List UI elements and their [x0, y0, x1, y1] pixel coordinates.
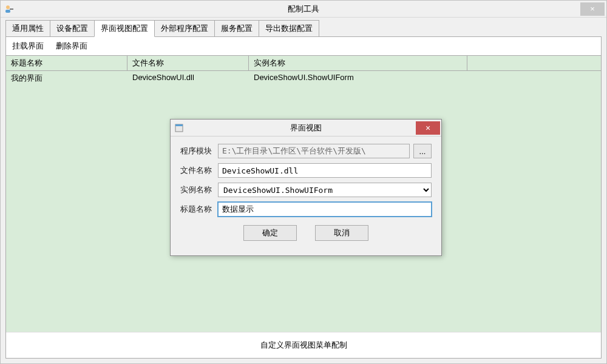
dialog-titlebar: 界面视图 ×	[171, 120, 441, 136]
ok-button[interactable]: 确定	[243, 225, 297, 241]
svg-rect-1	[5, 10, 10, 13]
tab-general[interactable]: 通用属性	[5, 20, 50, 37]
dialog-body: 程序模块 ... 文件名称 实例名称 DeviceShowUI.ShowUIFo…	[171, 136, 441, 255]
header-instance-name: 实例名称	[249, 56, 467, 70]
row-instance: 实例名称 DeviceShowUI.ShowUIForm	[180, 183, 432, 197]
label-caption: 标题名称	[180, 204, 218, 215]
svg-rect-4	[175, 124, 183, 126]
label-file: 文件名称	[180, 165, 218, 176]
row-module: 程序模块 ...	[180, 144, 432, 158]
grid-header: 标题名称 文件名称 实例名称	[6, 56, 601, 71]
tab-export[interactable]: 导出数据配置	[259, 20, 319, 37]
view-dialog: 界面视图 × 程序模块 ... 文件名称 实例名称 DeviceShowUI.S…	[170, 119, 442, 256]
grid-row[interactable]: 我的界面 DeviceShowUI.dll DeviceShowUI.ShowU…	[6, 71, 601, 86]
input-caption[interactable]	[218, 202, 432, 217]
delete-view-button[interactable]: 删除界面	[56, 41, 87, 52]
tab-view-config[interactable]: 界面视图配置	[94, 20, 155, 37]
main-title: 配制工具	[1, 4, 606, 15]
label-module: 程序模块	[180, 146, 218, 157]
main-close-button[interactable]: ×	[580, 2, 605, 16]
main-titlebar: 配制工具 ×	[1, 1, 606, 18]
input-file[interactable]	[218, 163, 432, 178]
label-instance: 实例名称	[180, 184, 218, 195]
row-file: 文件名称	[180, 163, 432, 178]
svg-rect-2	[10, 8, 13, 10]
toolbar: 挂载界面 删除界面	[6, 37, 601, 55]
dialog-buttons: 确定 取消	[180, 221, 432, 248]
cell-instance-name: DeviceShowUI.ShowUIForm	[249, 71, 467, 86]
input-module[interactable]	[218, 144, 410, 158]
mount-view-button[interactable]: 挂载界面	[12, 41, 44, 52]
tab-device[interactable]: 设备配置	[50, 20, 95, 37]
tab-external[interactable]: 外部程序配置	[154, 20, 215, 37]
header-file-name: 文件名称	[127, 56, 249, 70]
app-icon	[4, 4, 14, 14]
tab-service[interactable]: 服务配置	[214, 20, 259, 37]
cell-file-name: DeviceShowUI.dll	[127, 71, 249, 86]
svg-point-0	[6, 5, 10, 9]
dialog-icon	[174, 123, 184, 133]
cell-title-name: 我的界面	[6, 71, 127, 86]
select-instance[interactable]: DeviceShowUI.ShowUIForm	[218, 183, 432, 197]
cancel-button[interactable]: 取消	[315, 225, 368, 241]
dialog-title: 界面视图	[171, 123, 441, 133]
browse-button[interactable]: ...	[413, 144, 432, 158]
tab-strip: 通用属性 设备配置 界面视图配置 外部程序配置 服务配置 导出数据配置	[1, 18, 606, 37]
header-title-name: 标题名称	[6, 56, 127, 70]
row-caption: 标题名称	[180, 202, 432, 217]
dialog-close-button[interactable]: ×	[416, 121, 440, 135]
footer-text: 自定义界面视图菜单配制	[6, 332, 601, 358]
